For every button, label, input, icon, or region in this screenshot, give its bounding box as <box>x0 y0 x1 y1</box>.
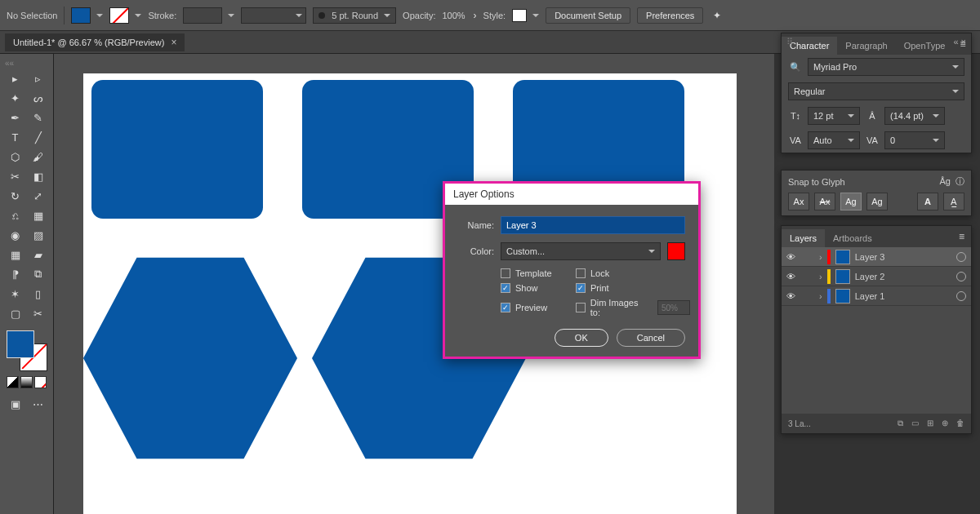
show-checkbox[interactable]: ✓Show <box>501 283 572 293</box>
new-layer-icon[interactable]: ⊕ <box>942 419 948 428</box>
tab-opentype[interactable]: OpenType <box>896 37 954 55</box>
stroke-weight-input[interactable] <box>183 7 234 24</box>
kerning-input[interactable]: Auto <box>808 131 860 149</box>
scale-tool[interactable]: ⤢ <box>28 187 49 205</box>
shaper-tool[interactable]: ✂ <box>5 167 26 185</box>
layers-menu-icon[interactable]: ≡ <box>952 226 971 247</box>
preferences-button[interactable]: Preferences <box>637 7 703 24</box>
snap-glyph-label: Snap to Glyph <box>788 177 845 187</box>
template-checkbox[interactable]: Template <box>501 268 572 278</box>
ok-button[interactable]: OK <box>555 329 608 347</box>
type-tool[interactable]: T <box>5 128 26 146</box>
tab-layers[interactable]: Layers <box>782 229 825 247</box>
leading-icon: Â <box>865 111 880 121</box>
eraser-tool[interactable]: ◧ <box>28 167 49 185</box>
panel-collapse-icon[interactable]: « × <box>953 37 966 47</box>
font-family-dropdown[interactable]: Myriad Pro <box>808 58 964 76</box>
graph-tool[interactable]: ▯ <box>28 285 49 303</box>
layer-row-2[interactable]: 👁 › Layer 2 <box>782 267 971 286</box>
glyph-opt-1[interactable]: Ax <box>788 193 809 210</box>
tracking-input[interactable]: 0 <box>884 131 945 149</box>
visibility-icon[interactable]: 👁 <box>786 272 798 281</box>
line-tool[interactable]: ╱ <box>28 128 49 146</box>
document-setup-button[interactable]: Document Setup <box>546 7 630 24</box>
style-dropdown[interactable] <box>512 9 539 22</box>
color-label: Color: <box>458 246 494 256</box>
glyph-opt-3[interactable]: Ag <box>840 193 862 210</box>
print-checkbox[interactable]: ✓Print <box>576 283 690 293</box>
lasso-tool[interactable]: ᔕ <box>28 89 49 107</box>
layer-color-swatch[interactable] <box>667 242 685 260</box>
lock-checkbox[interactable]: Lock <box>576 268 690 278</box>
paintbrush-tool[interactable]: 🖌 <box>28 148 49 166</box>
layer-name: Layer 3 <box>855 252 885 262</box>
fill-swatch[interactable] <box>71 7 103 24</box>
glyph-opt-5[interactable]: A <box>917 193 938 210</box>
tab-artboards[interactable]: Artboards <box>825 229 880 247</box>
glyph-opt-4[interactable]: Ag <box>866 193 888 210</box>
target-icon[interactable] <box>956 252 966 262</box>
shape-builder-tool[interactable]: ◉ <box>5 226 26 244</box>
font-style-dropdown[interactable]: Regular <box>788 82 964 100</box>
layer-row-1[interactable]: 👁 › Layer 1 <box>782 286 971 306</box>
fill-stroke-indicator[interactable] <box>7 330 47 371</box>
align-icon[interactable]: ✦ <box>713 10 721 21</box>
selection-tool[interactable]: ▸ <box>5 69 26 87</box>
symbol-sprayer-tool[interactable]: ✶ <box>5 285 26 303</box>
dim-images-checkbox[interactable]: Dim Images to: <box>576 298 690 317</box>
stroke-swatch[interactable] <box>109 7 141 24</box>
visibility-icon[interactable]: 👁 <box>786 252 798 262</box>
brush-dropdown[interactable]: 5 pt. Round <box>313 7 396 24</box>
leading-input[interactable]: (14.4 pt) <box>884 107 945 125</box>
gradient-tool[interactable]: ▰ <box>28 246 49 264</box>
cancel-button[interactable]: Cancel <box>617 329 685 347</box>
close-tab-icon[interactable]: × <box>171 37 176 48</box>
tools-panel: «« ▸▹ ✦ᔕ ✒✎ T╱ ⬡🖌 ✂◧ ↻⤢ ⎌▦ ◉▨ ▦▰ ⁋⧉ ✶▯ ▢… <box>0 54 54 514</box>
target-icon[interactable] <box>956 272 966 281</box>
glyph-opt-2[interactable]: Ax <box>814 193 835 210</box>
width-tool[interactable]: ⎌ <box>5 206 26 224</box>
locate-layer-icon[interactable]: ⧉ <box>898 419 903 428</box>
tab-paragraph[interactable]: Paragraph <box>837 37 895 55</box>
info-icon[interactable]: ⓘ <box>956 176 964 186</box>
layer-name: Layer 1 <box>855 291 885 301</box>
delete-layer-icon[interactable]: 🗑 <box>956 419 964 428</box>
font-size-input[interactable]: 12 pt <box>808 107 860 125</box>
stroke-profile-dropdown[interactable] <box>241 7 306 24</box>
layer-name-input[interactable] <box>501 216 685 234</box>
shape-tool[interactable]: ⬡ <box>5 148 26 166</box>
glyph-ag-icon[interactable]: Åg <box>939 176 950 186</box>
direct-selection-tool[interactable]: ▹ <box>28 69 49 87</box>
opacity-input[interactable]: 100%› <box>442 10 476 21</box>
edit-toolbar[interactable]: ⋯ <box>28 395 49 413</box>
visibility-icon[interactable]: 👁 <box>786 291 798 301</box>
make-clip-icon[interactable]: ▭ <box>911 419 919 428</box>
color-mode-switches[interactable] <box>7 376 47 388</box>
preview-checkbox[interactable]: ✓Preview <box>501 298 572 317</box>
slice-tool[interactable]: ✂ <box>28 304 49 322</box>
artboard-tool[interactable]: ▢ <box>5 304 26 322</box>
blend-tool[interactable]: ⧉ <box>28 265 49 283</box>
layer-row-3[interactable]: 👁 › Layer 3 <box>782 247 971 267</box>
new-sublayer-icon[interactable]: ⊞ <box>927 419 933 428</box>
magic-wand-tool[interactable]: ✦ <box>5 89 26 107</box>
hexagon-1[interactable] <box>83 246 297 470</box>
target-icon[interactable] <box>956 291 966 301</box>
style-label: Style: <box>483 11 506 20</box>
free-transform-tool[interactable]: ▦ <box>28 206 49 224</box>
rounded-rect-1[interactable] <box>91 80 263 219</box>
pen-tool[interactable]: ✒ <box>5 109 26 126</box>
eyedropper-tool[interactable]: ⁋ <box>5 265 26 283</box>
fill-color-box[interactable] <box>7 330 34 358</box>
layer-name: Layer 2 <box>855 272 885 281</box>
mesh-tool[interactable]: ▦ <box>5 246 26 264</box>
document-tab[interactable]: Untitled-1* @ 66.67 % (RGB/Preview) × <box>5 33 185 51</box>
dim-value-input[interactable] <box>657 300 690 315</box>
layer-color-dropdown[interactable]: Custom... <box>501 242 661 260</box>
glyph-opt-6[interactable]: A̲ <box>943 193 964 210</box>
perspective-tool[interactable]: ▨ <box>28 226 49 244</box>
screen-mode-tool[interactable]: ▣ <box>5 395 26 413</box>
rotate-tool[interactable]: ↻ <box>5 187 26 205</box>
curvature-tool[interactable]: ✎ <box>28 109 49 126</box>
control-bar: No Selection Stroke: 5 pt. Round Opacity… <box>0 0 980 31</box>
